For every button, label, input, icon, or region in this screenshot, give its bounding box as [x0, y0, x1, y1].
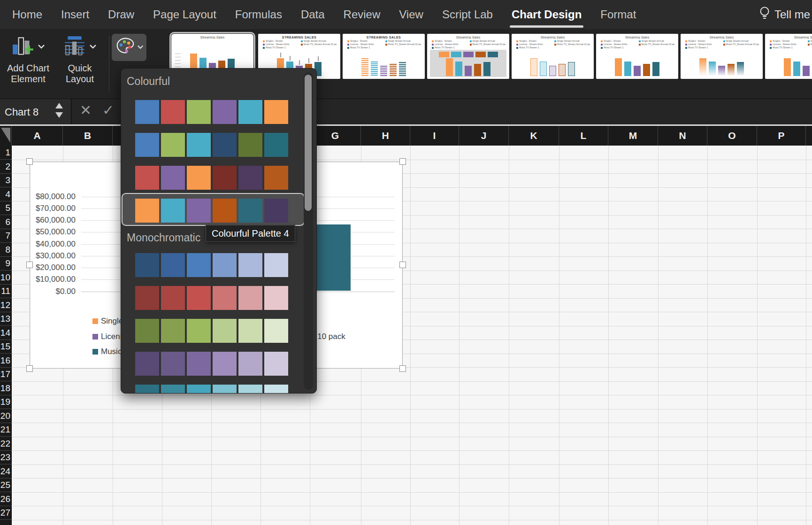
row-header-22[interactable]: 22	[0, 437, 12, 451]
chart-selection-handle[interactable]	[26, 158, 33, 165]
label-chip	[451, 52, 461, 57]
change-colors-button[interactable]	[112, 34, 146, 61]
select-all-button[interactable]	[0, 126, 12, 146]
menu-tab-review[interactable]: Review	[334, 0, 390, 29]
chart-bar[interactable]	[311, 224, 351, 291]
menu-tab-chart-design[interactable]: Chart Design	[502, 0, 591, 29]
row-header-19[interactable]: 19	[0, 395, 12, 409]
column-header-b[interactable]: B	[63, 126, 113, 146]
legend-swatch-icon	[808, 40, 810, 42]
menu-tab-format[interactable]: Format	[591, 0, 645, 29]
menu-tab-script-lab[interactable]: Script Lab	[433, 0, 502, 29]
menu-tab-formulas[interactable]: Formulas	[226, 0, 291, 29]
chart-selection-handle[interactable]	[26, 262, 33, 268]
add-chart-element-button[interactable]: Add Chart Element	[2, 34, 54, 85]
legend-swatch-icon	[92, 318, 98, 324]
row-header-7[interactable]: 7	[0, 229, 12, 243]
row-header-21[interactable]: 21	[0, 423, 12, 437]
row-header-5[interactable]: 5	[0, 201, 12, 215]
row-header-26[interactable]: 26	[0, 492, 12, 506]
row-header-18[interactable]: 18	[0, 381, 12, 395]
row-header-17[interactable]: 17	[0, 367, 12, 381]
column-header-o[interactable]: O	[707, 126, 757, 146]
color-swatch	[213, 100, 237, 124]
row-header-12[interactable]: 12	[0, 298, 12, 312]
column-header-p[interactable]: P	[757, 126, 806, 146]
column-header-i[interactable]: I	[410, 126, 459, 146]
dropdown-scrollbar-thumb[interactable]	[305, 75, 312, 211]
palette-row-colourful-4[interactable]	[135, 199, 288, 223]
column-header-l[interactable]: L	[559, 126, 608, 146]
palette-row-monochromatic-5[interactable]	[135, 385, 288, 394]
menu-tab-page-layout[interactable]: Page Layout	[144, 0, 226, 29]
row-header-24[interactable]: 24	[0, 464, 12, 479]
style-thumb-legend-item: Singles - Stream	[347, 39, 383, 43]
chart-selection-handle[interactable]	[399, 365, 406, 372]
style-gallery-item[interactable]: Streaming SalesSingles - StreamSingle St…	[596, 34, 678, 79]
row-header-13[interactable]: 13	[0, 312, 12, 326]
row-header-6[interactable]: 6	[0, 215, 12, 229]
quick-layout-button[interactable]: Quick Layout	[55, 34, 104, 85]
chart-selection-handle[interactable]	[399, 158, 406, 165]
column-header-j[interactable]: J	[459, 126, 509, 146]
chart-y-tick-label: $80,000.00	[32, 192, 76, 201]
style-gallery-item[interactable]: STREAMING SALESSingles - StreamSingle St…	[343, 34, 425, 79]
style-thumb-bar-column	[474, 64, 481, 76]
style-thumb-legend-item: License - Stream Artist	[770, 43, 806, 46]
cancel-icon[interactable]: ✕	[80, 102, 92, 118]
menu-tab-home[interactable]: Home	[3, 0, 52, 29]
row-header-23[interactable]: 23	[0, 450, 12, 464]
menu-tab-insert[interactable]: Insert	[52, 0, 99, 29]
row-header-16[interactable]: 16	[0, 354, 12, 368]
row-header-1[interactable]: 1	[0, 146, 12, 160]
row-header-4[interactable]: 4	[0, 187, 12, 201]
style-gallery-item[interactable]: Streaming SalesSingles - StreamSingle St…	[512, 34, 594, 79]
column-header-g[interactable]: G	[310, 126, 361, 146]
column-header-n[interactable]: N	[658, 126, 707, 146]
palette-row-monochromatic-1[interactable]	[135, 253, 288, 277]
chart-y-tick-label: $10,000.00	[32, 275, 76, 284]
spinner-down-icon[interactable]	[55, 112, 63, 118]
color-swatch	[238, 286, 262, 310]
row-header-3[interactable]: 3	[0, 173, 12, 187]
menu-tab-draw[interactable]: Draw	[99, 0, 144, 29]
name-box-spinner[interactable]	[55, 103, 63, 118]
row-header-10[interactable]: 10	[0, 270, 12, 285]
palette-row-colourful-1[interactable]	[135, 100, 288, 124]
style-thumb-legend-item: Singles - Stream	[770, 39, 806, 43]
row-header-15[interactable]: 15	[0, 340, 12, 354]
legend-swatch-icon	[301, 44, 303, 46]
legend-swatch-icon	[516, 47, 518, 49]
row-header-20[interactable]: 20	[0, 409, 12, 423]
row-header-27[interactable]: 27	[0, 506, 12, 520]
chart-selection-handle[interactable]	[399, 262, 406, 268]
column-header-h[interactable]: H	[361, 126, 410, 146]
palette-row-monochromatic-4[interactable]	[135, 352, 288, 376]
row-header-11[interactable]: 11	[0, 284, 12, 298]
style-gallery-item[interactable]: Streaming SalesSingles - StreamSingle St…	[681, 34, 763, 79]
colourful-section-title: Colourful	[127, 75, 170, 88]
column-header-m[interactable]: M	[608, 126, 658, 146]
tell-me-button[interactable]: Tell me	[758, 6, 812, 23]
spinner-up-icon[interactable]	[55, 103, 63, 108]
style-thumb-legend-item: License - Stream Artist	[516, 43, 552, 46]
row-header-2[interactable]: 2	[0, 160, 12, 174]
row-header-9[interactable]: 9	[0, 256, 12, 270]
row-header-8[interactable]: 8	[0, 243, 12, 257]
palette-row-monochromatic-3[interactable]	[135, 319, 288, 343]
row-header-14[interactable]: 14	[0, 326, 12, 340]
column-header-k[interactable]: K	[509, 126, 559, 146]
menu-tab-data[interactable]: Data	[291, 0, 334, 29]
row-header-25[interactable]: 25	[0, 478, 12, 492]
style-gallery-item[interactable]: Streaming SalesSingles - StreamSingle St…	[765, 34, 812, 79]
palette-row-colourful-2[interactable]	[135, 133, 288, 157]
palette-row-monochromatic-2[interactable]	[135, 286, 288, 310]
column-header-a[interactable]: A	[12, 126, 63, 146]
legend-swatch-icon	[385, 40, 387, 42]
menu-tab-view[interactable]: View	[390, 0, 433, 29]
palette-row-colourful-3[interactable]	[135, 166, 288, 190]
chart-selection-handle[interactable]	[26, 365, 33, 372]
style-gallery-item[interactable]: Streaming SalesSingles - StreamSingle St…	[427, 34, 509, 79]
color-swatch	[238, 166, 262, 190]
accept-icon[interactable]: ✓	[102, 102, 114, 118]
